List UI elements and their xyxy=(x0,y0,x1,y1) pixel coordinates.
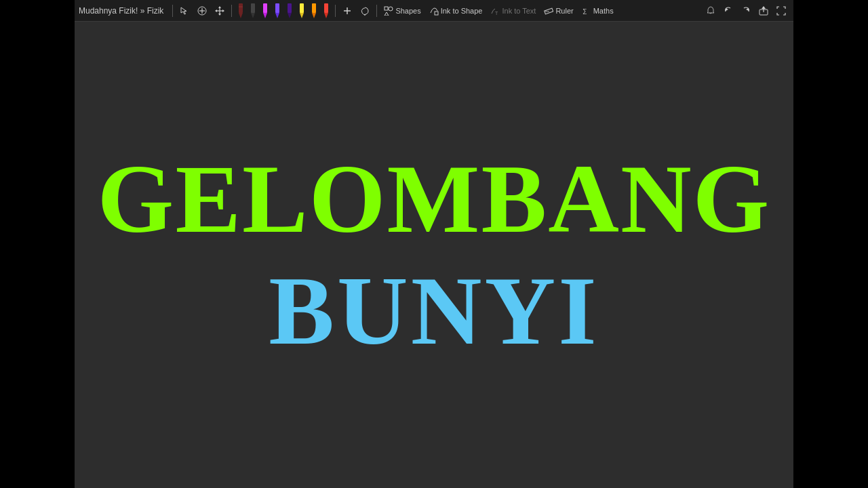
bunyi-text: BUNYI xyxy=(269,262,599,360)
svg-marker-39 xyxy=(726,8,728,11)
maths-icon: ∑ xyxy=(582,6,591,16)
svg-marker-43 xyxy=(762,6,766,9)
svg-marker-8 xyxy=(222,9,224,12)
undo-button[interactable] xyxy=(720,5,736,17)
notification-button[interactable] xyxy=(703,5,719,17)
yellow-pen-icon xyxy=(297,3,307,18)
bell-icon xyxy=(706,6,715,16)
shapes-label: Shapes xyxy=(395,7,420,15)
export-icon xyxy=(759,6,768,16)
lasso-icon xyxy=(360,6,370,16)
svg-marker-7 xyxy=(215,9,217,12)
shapes-icon xyxy=(384,6,393,16)
add-icon xyxy=(197,6,207,16)
ruler-button[interactable]: Ruler xyxy=(540,5,576,17)
svg-marker-40 xyxy=(746,8,749,11)
left-black-bar xyxy=(0,0,75,488)
svg-text:T: T xyxy=(495,11,498,16)
svg-marker-25 xyxy=(324,13,328,18)
purple-pen-icon xyxy=(273,3,282,18)
undo-icon xyxy=(724,6,733,16)
add-tool-button[interactable] xyxy=(194,5,210,17)
dark-red-pen-tool[interactable] xyxy=(235,3,246,18)
ruler-label: Ruler xyxy=(555,7,573,15)
red-pen-icon xyxy=(321,3,331,18)
svg-marker-19 xyxy=(288,13,292,18)
dark-pen-icon xyxy=(248,3,258,18)
svg-marker-17 xyxy=(275,13,279,18)
svg-rect-18 xyxy=(288,3,292,13)
svg-rect-14 xyxy=(263,3,267,13)
ink-to-shape-label: Ink to Shape xyxy=(441,7,483,15)
plus-icon xyxy=(342,6,352,16)
ink-to-shape-icon xyxy=(429,6,439,16)
shapes-button[interactable]: Shapes xyxy=(380,5,424,17)
canvas-area: GELOMBANG BUNYI xyxy=(75,22,793,488)
ink-to-shape-button[interactable]: Ink to Shape xyxy=(426,5,486,17)
red-pen-tool[interactable] xyxy=(321,3,332,18)
dark-pen-tool[interactable] xyxy=(248,3,258,18)
svg-point-30 xyxy=(389,7,393,11)
redo-icon xyxy=(741,6,751,16)
ink-to-text-icon: T xyxy=(490,6,500,16)
dark-red-pen-icon xyxy=(236,3,245,18)
svg-marker-13 xyxy=(251,13,255,18)
export-button[interactable] xyxy=(755,5,772,17)
add-button[interactable] xyxy=(339,5,355,17)
divider-1 xyxy=(172,5,173,17)
pink-pen-icon xyxy=(260,3,270,18)
orange-pen-tool[interactable] xyxy=(309,3,319,18)
yellow-pen-tool[interactable] xyxy=(296,3,307,18)
svg-rect-16 xyxy=(275,3,279,13)
dark-purple-pen-tool[interactable] xyxy=(284,3,295,18)
move-icon xyxy=(215,6,224,16)
svg-rect-24 xyxy=(324,3,328,13)
purple-pen-tool[interactable] xyxy=(272,3,283,18)
svg-marker-21 xyxy=(300,13,304,18)
svg-rect-32 xyxy=(435,12,438,15)
fullscreen-icon xyxy=(776,6,786,16)
divider-3 xyxy=(335,5,336,17)
redo-button[interactable] xyxy=(738,5,754,17)
fullscreen-button[interactable] xyxy=(773,5,789,17)
svg-rect-29 xyxy=(384,7,388,10)
pink-pen-tool[interactable] xyxy=(260,3,271,18)
svg-rect-22 xyxy=(312,3,316,13)
select-tool-button[interactable] xyxy=(176,5,193,17)
move-tool-button[interactable] xyxy=(212,5,228,17)
divider-4 xyxy=(376,5,377,17)
ink-to-text-button[interactable]: T Ink to Text xyxy=(487,5,539,17)
ink-to-text-label: Ink to Text xyxy=(502,7,536,15)
svg-marker-5 xyxy=(218,6,221,8)
svg-rect-20 xyxy=(300,3,304,13)
svg-marker-10 xyxy=(239,13,243,18)
main-text-container: GELOMBANG BUNYI xyxy=(98,150,771,360)
right-black-bar xyxy=(793,0,868,488)
svg-rect-12 xyxy=(251,3,255,13)
svg-text:∑: ∑ xyxy=(583,7,587,14)
main-area: Mudahnya Fizik! » Fizik xyxy=(75,0,793,488)
toolbar: Mudahnya Fizik! » Fizik xyxy=(75,0,793,22)
svg-marker-6 xyxy=(218,14,221,16)
ruler-icon xyxy=(544,6,553,16)
select-icon xyxy=(180,6,189,16)
toolbar-right xyxy=(703,5,789,17)
lasso-button[interactable] xyxy=(357,5,373,17)
svg-marker-23 xyxy=(312,13,316,18)
svg-marker-31 xyxy=(384,12,389,16)
orange-pen-icon xyxy=(309,3,319,18)
app-title: Mudahnya Fizik! » Fizik xyxy=(79,6,163,16)
maths-button[interactable]: ∑ Maths xyxy=(578,5,617,17)
dark-purple-pen-icon xyxy=(285,3,294,18)
divider-2 xyxy=(231,5,232,17)
svg-marker-15 xyxy=(263,13,267,18)
maths-label: Maths xyxy=(593,7,614,15)
svg-rect-9 xyxy=(239,3,243,13)
gelombang-text: GELOMBANG xyxy=(98,150,771,248)
